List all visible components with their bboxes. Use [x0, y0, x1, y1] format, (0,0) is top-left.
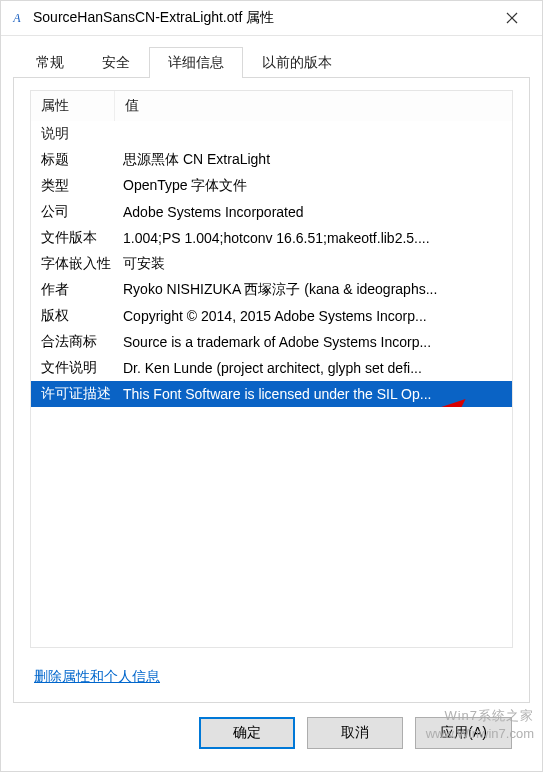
list-header: 属性 值: [31, 91, 512, 121]
list-row[interactable]: 字体嵌入性 可安装: [31, 251, 512, 277]
row-property: 版权: [31, 307, 115, 325]
tab-page-details: 属性 值 说明 标题 思源黑体 CN ExtraLight 类型 OpenTyp…: [13, 77, 530, 703]
list-row[interactable]: 作者 Ryoko NISHIZUKA 西塚涼子 (kana & ideograp…: [31, 277, 512, 303]
tab-security[interactable]: 安全: [83, 47, 149, 78]
row-property: 作者: [31, 281, 115, 299]
list-row[interactable]: 合法商标 Source is a trademark of Adobe Syst…: [31, 329, 512, 355]
titlebar: A SourceHanSansCN-ExtraLight.otf 属性: [1, 1, 542, 36]
row-value: Copyright © 2014, 2015 Adobe Systems Inc…: [115, 308, 512, 324]
row-property: 文件说明: [31, 359, 115, 377]
close-icon: [506, 12, 518, 24]
row-value: OpenType 字体文件: [115, 177, 512, 195]
row-value: Source is a trademark of Adobe Systems I…: [115, 334, 512, 350]
close-button[interactable]: [492, 3, 532, 33]
row-property: 公司: [31, 203, 115, 221]
list-body: 说明 标题 思源黑体 CN ExtraLight 类型 OpenType 字体文…: [31, 121, 512, 407]
tab-strip: 常规 安全 详细信息 以前的版本: [17, 46, 530, 77]
font-file-icon: A: [9, 10, 25, 26]
row-value: Adobe Systems Incorporated: [115, 204, 512, 220]
list-row[interactable]: 公司 Adobe Systems Incorporated: [31, 199, 512, 225]
row-property: 许可证描述: [31, 385, 115, 403]
properties-dialog: A SourceHanSansCN-ExtraLight.otf 属性 常规 安…: [0, 0, 543, 772]
list-row[interactable]: 标题 思源黑体 CN ExtraLight: [31, 147, 512, 173]
remove-properties-link-row: 删除属性和个人信息: [14, 648, 529, 694]
tab-previous-versions[interactable]: 以前的版本: [243, 47, 351, 78]
row-value: 可安装: [115, 255, 512, 273]
column-header-value[interactable]: 值: [115, 91, 512, 121]
row-value: 1.004;PS 1.004;hotconv 16.6.51;makeotf.l…: [115, 230, 512, 246]
window-title: SourceHanSansCN-ExtraLight.otf 属性: [33, 9, 492, 27]
list-row[interactable]: 类型 OpenType 字体文件: [31, 173, 512, 199]
ok-button[interactable]: 确定: [199, 717, 295, 749]
row-property: 文件版本: [31, 229, 115, 247]
row-value: Dr. Ken Lunde (project architect, glyph …: [115, 360, 512, 376]
group-header-description: 说明: [31, 121, 512, 147]
remove-properties-link[interactable]: 删除属性和个人信息: [34, 668, 160, 684]
dialog-buttons: 确定 取消 应用(A): [13, 703, 530, 765]
list-row[interactable]: 文件说明 Dr. Ken Lunde (project architect, g…: [31, 355, 512, 381]
client-area: 常规 安全 详细信息 以前的版本 属性 值 说明 标题 思源黑体 CN Extr…: [1, 36, 542, 771]
column-header-property[interactable]: 属性: [31, 91, 115, 121]
tab-general[interactable]: 常规: [17, 47, 83, 78]
row-property: 类型: [31, 177, 115, 195]
row-property: 标题: [31, 151, 115, 169]
tab-details[interactable]: 详细信息: [149, 47, 243, 78]
row-property: 字体嵌入性: [31, 255, 115, 273]
list-row[interactable]: 文件版本 1.004;PS 1.004;hotconv 16.6.51;make…: [31, 225, 512, 251]
row-value: This Font Software is licensed under the…: [115, 386, 512, 402]
row-value: Ryoko NISHIZUKA 西塚涼子 (kana & ideographs.…: [115, 281, 512, 299]
row-value: 思源黑体 CN ExtraLight: [115, 151, 512, 169]
apply-button[interactable]: 应用(A): [415, 717, 512, 749]
property-list[interactable]: 属性 值 说明 标题 思源黑体 CN ExtraLight 类型 OpenTyp…: [30, 90, 513, 648]
cancel-button[interactable]: 取消: [307, 717, 403, 749]
row-property: 合法商标: [31, 333, 115, 351]
list-row[interactable]: 版权 Copyright © 2014, 2015 Adobe Systems …: [31, 303, 512, 329]
list-row-selected[interactable]: 许可证描述 This Font Software is licensed und…: [31, 381, 512, 407]
